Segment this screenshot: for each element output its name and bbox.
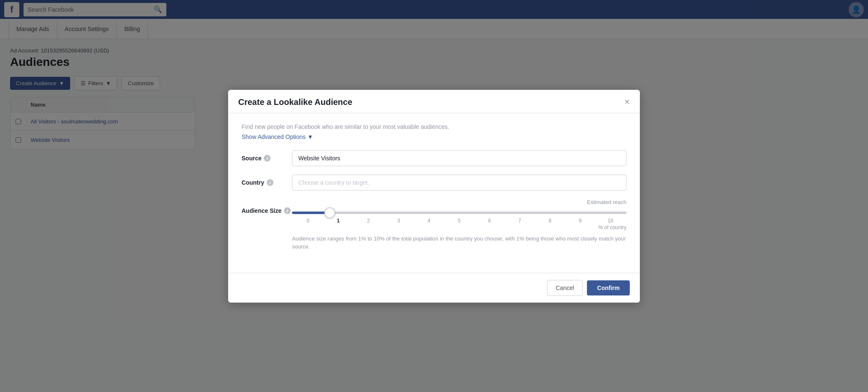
slider-tick-9: 9 <box>565 218 595 224</box>
modal-subtitle: Find new people on Facebook who are simi… <box>242 123 626 130</box>
country-input[interactable] <box>292 175 626 191</box>
source-form-row: Source i <box>242 150 626 166</box>
estimated-reach-label: Estimated reach <box>292 199 626 205</box>
country-form-row: Country i <box>242 175 626 191</box>
slider-tick-4: 4 <box>414 218 444 224</box>
slider-tick-5: 5 <box>444 218 474 224</box>
slider-tick-8: 8 <box>535 218 565 224</box>
modal-title: Create a Lookalike Audience <box>238 97 352 107</box>
slider-tick-3: 3 <box>384 218 414 224</box>
slider-tick-7: 7 <box>505 218 535 224</box>
confirm-button[interactable]: Confirm <box>587 280 630 295</box>
source-input[interactable] <box>292 150 626 166</box>
slider-ticks: 0 1 2 3 4 5 6 7 8 9 10 <box>292 218 626 224</box>
slider-section: Estimated reach 0 1 2 3 4 5 6 7 8 9 10 <box>292 199 626 251</box>
slider-tick-0: 0 <box>293 218 323 224</box>
country-info-icon[interactable]: i <box>267 179 274 186</box>
audience-size-info-icon[interactable]: i <box>284 207 291 214</box>
slider-tick-1: 1 <box>323 218 353 224</box>
audience-size-label: Audience Size i <box>242 199 292 214</box>
modal-overlay: Create a Lookalike Audience × Find new p… <box>0 0 868 392</box>
audience-size-row: Audience Size i Estimated reach 0 1 2 3 … <box>242 199 626 251</box>
audience-size-slider[interactable] <box>292 212 626 214</box>
slider-tick-10: 10 <box>595 218 626 224</box>
audience-size-description: Audience size ranges from 1% to 10% of t… <box>292 235 626 251</box>
slider-tick-2: 2 <box>353 218 384 224</box>
percent-of-country-label: % of country <box>292 225 626 230</box>
source-label: Source i <box>242 155 292 162</box>
modal-header: Create a Lookalike Audience × <box>228 90 640 113</box>
cancel-button[interactable]: Cancel <box>547 280 583 296</box>
modal-footer: Cancel Confirm <box>228 273 640 303</box>
show-advanced-options[interactable]: Show Advanced Options ▼ <box>242 133 313 140</box>
modal-close-button[interactable]: × <box>624 97 630 107</box>
source-info-icon[interactable]: i <box>264 155 271 162</box>
slider-tick-6: 6 <box>474 218 505 224</box>
chevron-down-small-icon: ▼ <box>308 133 313 140</box>
country-label: Country i <box>242 179 292 186</box>
modal-body: Find new people on Facebook who are simi… <box>228 113 640 266</box>
create-lookalike-modal: Create a Lookalike Audience × Find new p… <box>228 90 640 303</box>
